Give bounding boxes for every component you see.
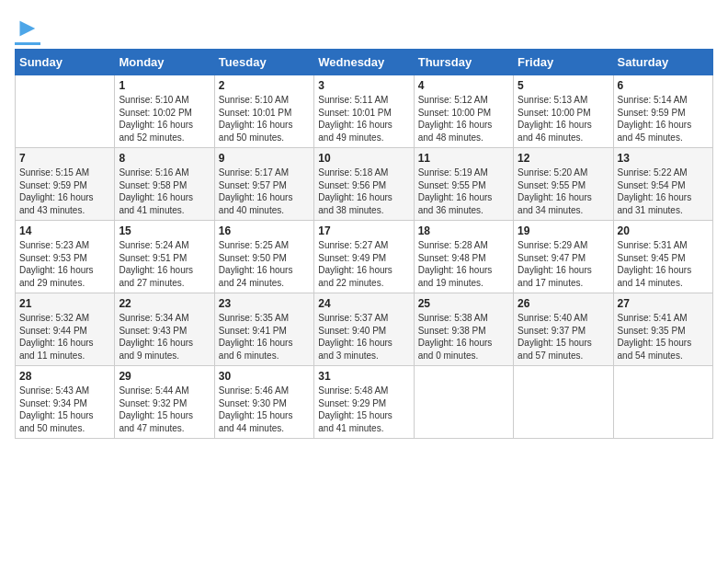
cell-content: Sunrise: 5:35 AM Sunset: 9:41 PM Dayligh… xyxy=(219,312,310,362)
day-number: 16 xyxy=(219,224,310,237)
calendar-cell: 25Sunrise: 5:38 AM Sunset: 9:38 PM Dayli… xyxy=(414,293,513,366)
calendar-cell: 28Sunrise: 5:43 AM Sunset: 9:34 PM Dayli… xyxy=(16,366,115,439)
day-number: 14 xyxy=(19,224,110,237)
day-number: 26 xyxy=(518,297,609,310)
cell-content: Sunrise: 5:46 AM Sunset: 9:30 PM Dayligh… xyxy=(219,385,310,434)
calendar-cell xyxy=(414,366,513,439)
calendar-cell: 15Sunrise: 5:24 AM Sunset: 9:51 PM Dayli… xyxy=(115,221,214,293)
day-number: 2 xyxy=(219,79,310,92)
calendar-cell: 10Sunrise: 5:18 AM Sunset: 9:56 PM Dayli… xyxy=(314,148,414,221)
calendar-cell: 6Sunrise: 5:14 AM Sunset: 9:59 PM Daylig… xyxy=(613,75,712,148)
cell-content: Sunrise: 5:44 AM Sunset: 9:32 PM Dayligh… xyxy=(119,385,210,434)
calendar-cell: 31Sunrise: 5:48 AM Sunset: 9:29 PM Dayli… xyxy=(314,366,414,439)
cell-content: Sunrise: 5:16 AM Sunset: 9:58 PM Dayligh… xyxy=(119,167,210,216)
day-number: 1 xyxy=(119,79,210,92)
week-row-2: 7Sunrise: 5:15 AM Sunset: 9:59 PM Daylig… xyxy=(16,148,713,221)
calendar-cell: 4Sunrise: 5:12 AM Sunset: 10:00 PM Dayli… xyxy=(414,75,513,148)
column-header-tuesday: Tuesday xyxy=(214,50,313,75)
cell-content: Sunrise: 5:15 AM Sunset: 9:59 PM Dayligh… xyxy=(19,167,110,216)
cell-content: Sunrise: 5:12 AM Sunset: 10:00 PM Daylig… xyxy=(418,94,509,144)
day-number: 17 xyxy=(318,224,409,237)
page-header: ► xyxy=(15,15,713,45)
calendar-cell: 29Sunrise: 5:44 AM Sunset: 9:32 PM Dayli… xyxy=(115,366,214,439)
calendar-cell: 9Sunrise: 5:17 AM Sunset: 9:57 PM Daylig… xyxy=(214,148,313,221)
cell-content: Sunrise: 5:20 AM Sunset: 9:55 PM Dayligh… xyxy=(518,167,609,216)
day-number: 28 xyxy=(19,370,110,383)
day-number: 5 xyxy=(518,79,609,92)
day-number: 13 xyxy=(618,152,709,165)
day-number: 4 xyxy=(418,79,509,92)
day-number: 25 xyxy=(418,297,509,310)
day-number: 29 xyxy=(119,370,210,383)
calendar-table: SundayMondayTuesdayWednesdayThursdayFrid… xyxy=(15,49,713,439)
cell-content: Sunrise: 5:38 AM Sunset: 9:38 PM Dayligh… xyxy=(418,312,509,362)
day-number: 20 xyxy=(618,224,709,237)
day-number: 11 xyxy=(418,152,509,165)
calendar-cell: 21Sunrise: 5:32 AM Sunset: 9:44 PM Dayli… xyxy=(16,293,115,366)
day-number: 12 xyxy=(518,152,609,165)
column-header-monday: Monday xyxy=(115,50,214,75)
calendar-cell: 30Sunrise: 5:46 AM Sunset: 9:30 PM Dayli… xyxy=(214,366,313,439)
column-header-saturday: Saturday xyxy=(613,50,712,75)
day-number: 23 xyxy=(219,297,310,310)
calendar-cell: 16Sunrise: 5:25 AM Sunset: 9:50 PM Dayli… xyxy=(214,221,313,293)
logo-icon: ► xyxy=(15,13,40,41)
calendar-cell: 11Sunrise: 5:19 AM Sunset: 9:55 PM Dayli… xyxy=(414,148,513,221)
calendar-cell: 22Sunrise: 5:34 AM Sunset: 9:43 PM Dayli… xyxy=(115,293,214,366)
calendar-cell: 23Sunrise: 5:35 AM Sunset: 9:41 PM Dayli… xyxy=(214,293,313,366)
calendar-cell: 13Sunrise: 5:22 AM Sunset: 9:54 PM Dayli… xyxy=(613,148,712,221)
cell-content: Sunrise: 5:43 AM Sunset: 9:34 PM Dayligh… xyxy=(19,385,110,434)
cell-content: Sunrise: 5:17 AM Sunset: 9:57 PM Dayligh… xyxy=(219,167,310,216)
logo-text: ► xyxy=(15,15,40,40)
day-number: 7 xyxy=(19,152,110,165)
cell-content: Sunrise: 5:29 AM Sunset: 9:47 PM Dayligh… xyxy=(518,239,609,289)
week-row-5: 28Sunrise: 5:43 AM Sunset: 9:34 PM Dayli… xyxy=(16,366,713,439)
cell-content: Sunrise: 5:18 AM Sunset: 9:56 PM Dayligh… xyxy=(318,167,409,216)
cell-content: Sunrise: 5:10 AM Sunset: 10:01 PM Daylig… xyxy=(219,94,310,144)
calendar-cell xyxy=(613,366,712,439)
column-header-wednesday: Wednesday xyxy=(314,50,414,75)
day-number: 27 xyxy=(618,297,709,310)
cell-content: Sunrise: 5:32 AM Sunset: 9:44 PM Dayligh… xyxy=(19,312,110,362)
day-number: 22 xyxy=(119,297,210,310)
calendar-cell: 27Sunrise: 5:41 AM Sunset: 9:35 PM Dayli… xyxy=(613,293,712,366)
calendar-cell: 19Sunrise: 5:29 AM Sunset: 9:47 PM Dayli… xyxy=(514,221,613,293)
cell-content: Sunrise: 5:24 AM Sunset: 9:51 PM Dayligh… xyxy=(119,239,210,289)
day-number: 30 xyxy=(219,370,310,383)
day-number: 15 xyxy=(119,224,210,237)
week-row-1: 1Sunrise: 5:10 AM Sunset: 10:02 PM Dayli… xyxy=(16,75,713,148)
calendar-cell: 8Sunrise: 5:16 AM Sunset: 9:58 PM Daylig… xyxy=(115,148,214,221)
day-number: 31 xyxy=(318,370,409,383)
day-number: 8 xyxy=(119,152,210,165)
calendar-cell: 5Sunrise: 5:13 AM Sunset: 10:00 PM Dayli… xyxy=(514,75,613,148)
cell-content: Sunrise: 5:27 AM Sunset: 9:49 PM Dayligh… xyxy=(318,239,409,289)
logo: ► xyxy=(15,15,40,45)
calendar-cell: 24Sunrise: 5:37 AM Sunset: 9:40 PM Dayli… xyxy=(314,293,414,366)
calendar-cell: 12Sunrise: 5:20 AM Sunset: 9:55 PM Dayli… xyxy=(514,148,613,221)
calendar-cell: 7Sunrise: 5:15 AM Sunset: 9:59 PM Daylig… xyxy=(16,148,115,221)
day-number: 6 xyxy=(618,79,709,92)
cell-content: Sunrise: 5:37 AM Sunset: 9:40 PM Dayligh… xyxy=(318,312,409,362)
week-row-4: 21Sunrise: 5:32 AM Sunset: 9:44 PM Dayli… xyxy=(16,293,713,366)
column-header-thursday: Thursday xyxy=(414,50,513,75)
cell-content: Sunrise: 5:34 AM Sunset: 9:43 PM Dayligh… xyxy=(119,312,210,362)
cell-content: Sunrise: 5:28 AM Sunset: 9:48 PM Dayligh… xyxy=(418,239,509,289)
calendar-cell xyxy=(16,75,115,148)
calendar-cell: 20Sunrise: 5:31 AM Sunset: 9:45 PM Dayli… xyxy=(613,221,712,293)
day-number: 10 xyxy=(318,152,409,165)
cell-content: Sunrise: 5:11 AM Sunset: 10:01 PM Daylig… xyxy=(318,94,409,144)
calendar-cell: 14Sunrise: 5:23 AM Sunset: 9:53 PM Dayli… xyxy=(16,221,115,293)
cell-content: Sunrise: 5:19 AM Sunset: 9:55 PM Dayligh… xyxy=(418,167,509,216)
cell-content: Sunrise: 5:14 AM Sunset: 9:59 PM Dayligh… xyxy=(618,94,709,144)
day-number: 18 xyxy=(418,224,509,237)
cell-content: Sunrise: 5:31 AM Sunset: 9:45 PM Dayligh… xyxy=(618,239,709,289)
cell-content: Sunrise: 5:48 AM Sunset: 9:29 PM Dayligh… xyxy=(318,385,409,434)
calendar-cell xyxy=(514,366,613,439)
calendar-cell: 3Sunrise: 5:11 AM Sunset: 10:01 PM Dayli… xyxy=(314,75,414,148)
column-header-sunday: Sunday xyxy=(16,50,115,75)
column-header-friday: Friday xyxy=(514,50,613,75)
cell-content: Sunrise: 5:13 AM Sunset: 10:00 PM Daylig… xyxy=(518,94,609,144)
day-number: 19 xyxy=(518,224,609,237)
logo-underline xyxy=(15,42,40,45)
week-row-3: 14Sunrise: 5:23 AM Sunset: 9:53 PM Dayli… xyxy=(16,221,713,293)
